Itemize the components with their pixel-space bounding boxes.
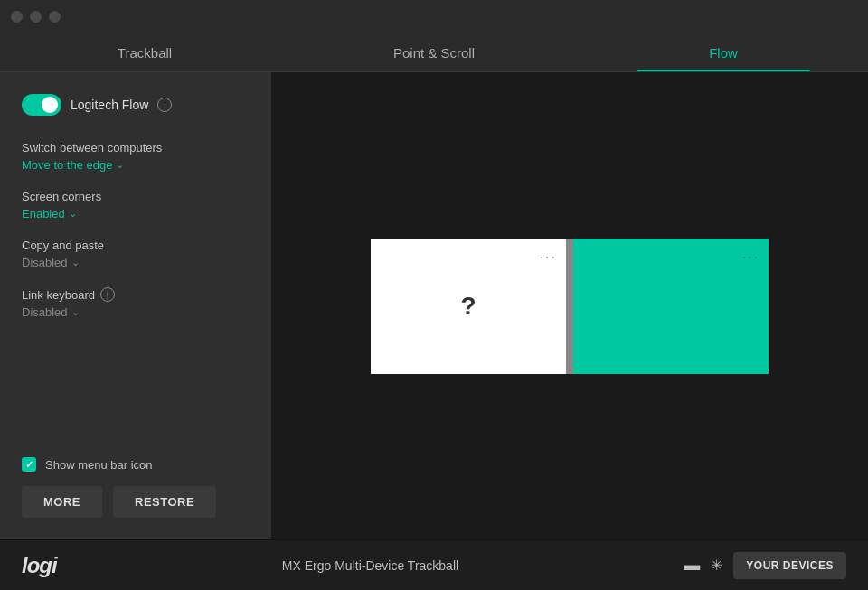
question-mark: ? — [460, 292, 476, 321]
maximize-button[interactable] — [49, 11, 61, 23]
close-button[interactable] — [11, 11, 23, 23]
logitech-flow-toggle[interactable] — [22, 94, 61, 116]
your-devices-button[interactable]: YOUR DEVICES — [733, 552, 846, 579]
link-keyboard-chevron: ⌄ — [71, 306, 80, 318]
tab-trackball[interactable]: Trackball — [0, 33, 289, 71]
tab-point-scroll[interactable]: Point & Scroll — [289, 33, 579, 71]
more-button[interactable]: MORE — [22, 486, 102, 518]
bluetooth-icon: ✳ — [711, 557, 722, 574]
tab-flow[interactable]: Flow — [579, 33, 868, 71]
flow-visualization: ... ? ... — [371, 239, 769, 374]
screen-left: ... ? — [371, 239, 566, 374]
copy-paste-title: Copy and paste — [22, 239, 250, 252]
left-panel: Logitech Flow i Switch between computers… — [0, 72, 271, 539]
right-panel: ... ? ... — [271, 72, 868, 539]
minimize-button[interactable] — [30, 11, 42, 23]
link-keyboard-title: Link keyboard i — [22, 287, 250, 302]
show-menu-bar-checkbox[interactable] — [22, 457, 36, 472]
switch-computers-value-text: Move to the edge — [22, 158, 112, 172]
screen-corners-chevron: ⌄ — [69, 208, 77, 220]
show-menu-bar-row: Show menu bar icon — [22, 457, 250, 472]
screen-corners-section: Screen corners Enabled ⌄ — [22, 190, 250, 220]
link-keyboard-info-icon[interactable]: i — [100, 287, 115, 302]
battery-icon: ▬ — [684, 556, 700, 575]
title-bar — [0, 0, 868, 33]
footer-right: ▬ ✳ YOUR DEVICES — [684, 552, 846, 579]
screen-corners-title: Screen corners — [22, 190, 250, 203]
switch-computers-chevron: ⌄ — [116, 159, 124, 171]
screen-corners-value[interactable]: Enabled ⌄ — [22, 207, 250, 220]
logitech-flow-info-icon[interactable]: i — [157, 98, 172, 112]
copy-paste-value[interactable]: Disabled ⌄ — [22, 256, 250, 269]
copy-paste-value-text: Disabled — [22, 256, 68, 269]
tab-bar: Trackball Point & Scroll Flow — [0, 33, 868, 72]
screen-corners-value-text: Enabled — [22, 207, 65, 220]
switch-computers-section: Switch between computers Move to the edg… — [22, 141, 250, 172]
buttons-row: MORE RESTORE — [22, 486, 250, 518]
link-keyboard-value-text: Disabled — [22, 305, 68, 319]
restore-button[interactable]: RESTORE — [113, 486, 216, 518]
copy-paste-section: Copy and paste Disabled ⌄ — [22, 239, 250, 269]
logitech-flow-label: Logitech Flow — [71, 98, 148, 112]
screen-right: ... — [573, 239, 769, 374]
link-keyboard-section: Link keyboard i Disabled ⌄ — [22, 287, 250, 319]
window-controls — [11, 11, 61, 23]
link-keyboard-value[interactable]: Disabled ⌄ — [22, 305, 250, 319]
main-content: Logitech Flow i Switch between computers… — [0, 72, 868, 539]
right-screen-dots-menu[interactable]: ... — [742, 246, 760, 262]
screen-divider — [566, 239, 573, 374]
left-screen-dots-menu[interactable]: ... — [540, 246, 557, 262]
logitech-flow-row: Logitech Flow i — [22, 94, 250, 116]
switch-computers-value[interactable]: Move to the edge ⌄ — [22, 158, 250, 172]
device-name: MX Ergo Multi-Device Trackball — [57, 558, 684, 573]
show-menu-bar-label: Show menu bar icon — [45, 458, 153, 472]
footer: logi MX Ergo Multi-Device Trackball ▬ ✳ … — [0, 539, 868, 590]
copy-paste-chevron: ⌄ — [71, 257, 80, 268]
switch-computers-title: Switch between computers — [22, 141, 250, 155]
logi-logo: logi — [22, 553, 57, 578]
